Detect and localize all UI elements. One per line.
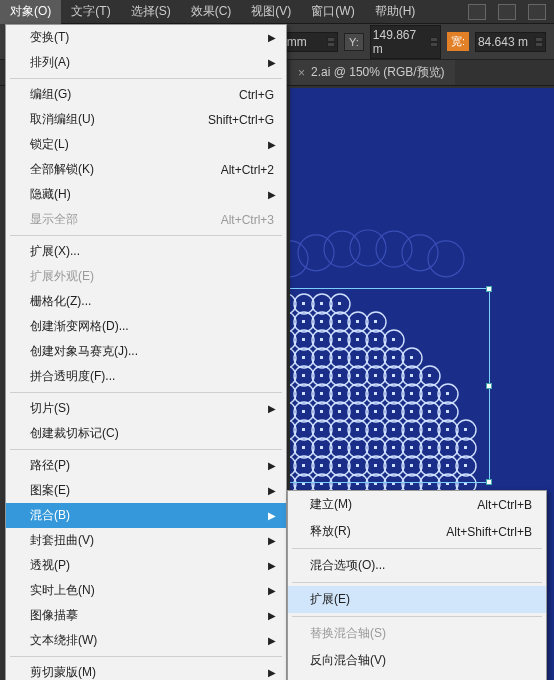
menu-效果(C)[interactable]: 效果(C) [181, 0, 242, 24]
menu-item-图像描摹[interactable]: 图像描摹▶ [6, 603, 286, 628]
menu-item-显示全部: 显示全部Alt+Ctrl+3 [6, 207, 286, 232]
resize-handle-mr[interactable] [486, 383, 492, 389]
menu-item-扩展外观(E): 扩展外观(E) [6, 264, 286, 289]
document-tab[interactable]: × 2.ai @ 150% (RGB/预览) [290, 60, 455, 85]
layout-icon[interactable] [468, 4, 486, 20]
svg-point-1 [298, 235, 334, 271]
menu-item-锁定(L)[interactable]: 锁定(L)▶ [6, 132, 286, 157]
menu-选择(S)[interactable]: 选择(S) [121, 0, 181, 24]
submenu-item-混合选项(O)...[interactable]: 混合选项(O)... [288, 552, 546, 579]
submenu-item-扩展(E)[interactable]: 扩展(E) [288, 586, 546, 613]
chevron-right-icon: ▶ [268, 485, 276, 496]
menu-对象(O)[interactable]: 对象(O) [0, 0, 61, 24]
chevron-right-icon: ▶ [268, 585, 276, 596]
object-menu: 变换(T)▶排列(A)▶编组(G)Ctrl+G取消编组(U)Shift+Ctrl… [5, 24, 287, 680]
menu-窗口(W)[interactable]: 窗口(W) [301, 0, 364, 24]
menu-item-创建裁切标记(C)[interactable]: 创建裁切标记(C) [6, 421, 286, 446]
w-field[interactable]: 84.643 m [475, 32, 546, 52]
menu-item-混合(B)[interactable]: 混合(B)▶ [6, 503, 286, 528]
chevron-right-icon: ▶ [268, 560, 276, 571]
resize-handle-tr[interactable] [486, 286, 492, 292]
menu-item-扩展(X)...[interactable]: 扩展(X)... [6, 239, 286, 264]
menu-item-透视(P)[interactable]: 透视(P)▶ [6, 553, 286, 578]
menu-item-全部解锁(K)[interactable]: 全部解锁(K)Alt+Ctrl+2 [6, 157, 286, 182]
menu-item-隐藏(H)[interactable]: 隐藏(H)▶ [6, 182, 286, 207]
menu-item-图案(E)[interactable]: 图案(E)▶ [6, 478, 286, 503]
menu-视图(V)[interactable]: 视图(V) [241, 0, 301, 24]
chevron-right-icon: ▶ [268, 460, 276, 471]
chevron-right-icon: ▶ [268, 635, 276, 646]
artwork-circles-bg [290, 208, 530, 298]
chevron-right-icon: ▶ [268, 667, 276, 678]
menu-item-文本绕排(W)[interactable]: 文本绕排(W)▶ [6, 628, 286, 653]
menu-item-创建对象马赛克(J)...[interactable]: 创建对象马赛克(J)... [6, 339, 286, 364]
submenu-item-反向混合轴(V)[interactable]: 反向混合轴(V) [288, 647, 546, 674]
w-label: 宽: [447, 32, 469, 51]
chevron-right-icon: ▶ [268, 57, 276, 68]
menu-item-路径(P)[interactable]: 路径(P)▶ [6, 453, 286, 478]
selection-bbox[interactable] [290, 288, 490, 483]
menu-item-实时上色(N)[interactable]: 实时上色(N)▶ [6, 578, 286, 603]
submenu-item-反向堆叠(F)[interactable]: 反向堆叠(F) [288, 674, 546, 680]
chevron-right-icon: ▶ [268, 510, 276, 521]
top-right-icons [468, 4, 546, 20]
menu-item-剪切蒙版(M)[interactable]: 剪切蒙版(M)▶ [6, 660, 286, 680]
menu-item-创建渐变网格(D)...[interactable]: 创建渐变网格(D)... [6, 314, 286, 339]
svg-point-5 [402, 235, 438, 271]
chevron-right-icon: ▶ [268, 189, 276, 200]
search-icon[interactable] [528, 4, 546, 20]
y-label: Y: [344, 33, 364, 51]
close-icon[interactable]: × [298, 66, 305, 80]
panel-icon[interactable] [498, 4, 516, 20]
menu-item-拼合透明度(F)...[interactable]: 拼合透明度(F)... [6, 364, 286, 389]
submenu-item-建立(M)[interactable]: 建立(M)Alt+Ctrl+B [288, 491, 546, 518]
menu-item-变换(T)[interactable]: 变换(T)▶ [6, 25, 286, 50]
menu-item-封套扭曲(V)[interactable]: 封套扭曲(V)▶ [6, 528, 286, 553]
chevron-right-icon: ▶ [268, 610, 276, 621]
chevron-right-icon: ▶ [268, 535, 276, 546]
blend-submenu: 建立(M)Alt+Ctrl+B释放(R)Alt+Shift+Ctrl+B混合选项… [287, 490, 547, 680]
tab-title: 2.ai @ 150% (RGB/预览) [311, 64, 445, 81]
svg-point-4 [376, 231, 412, 267]
y-field[interactable]: 149.867 m [370, 25, 441, 59]
submenu-item-释放(R)[interactable]: 释放(R)Alt+Shift+Ctrl+B [288, 518, 546, 545]
menu-帮助(H)[interactable]: 帮助(H) [365, 0, 426, 24]
chevron-right-icon: ▶ [268, 139, 276, 150]
submenu-item-替换混合轴(S): 替换混合轴(S) [288, 620, 546, 647]
chevron-right-icon: ▶ [268, 403, 276, 414]
menu-文字(T)[interactable]: 文字(T) [61, 0, 120, 24]
menu-item-排列(A)[interactable]: 排列(A)▶ [6, 50, 286, 75]
svg-point-6 [428, 241, 464, 277]
chevron-right-icon: ▶ [268, 32, 276, 43]
resize-handle-br[interactable] [486, 479, 492, 485]
menu-item-编组(G)[interactable]: 编组(G)Ctrl+G [6, 82, 286, 107]
menu-item-取消编组(U)[interactable]: 取消编组(U)Shift+Ctrl+G [6, 107, 286, 132]
menu-item-切片(S)[interactable]: 切片(S)▶ [6, 396, 286, 421]
menu-item-栅格化(Z)...[interactable]: 栅格化(Z)... [6, 289, 286, 314]
